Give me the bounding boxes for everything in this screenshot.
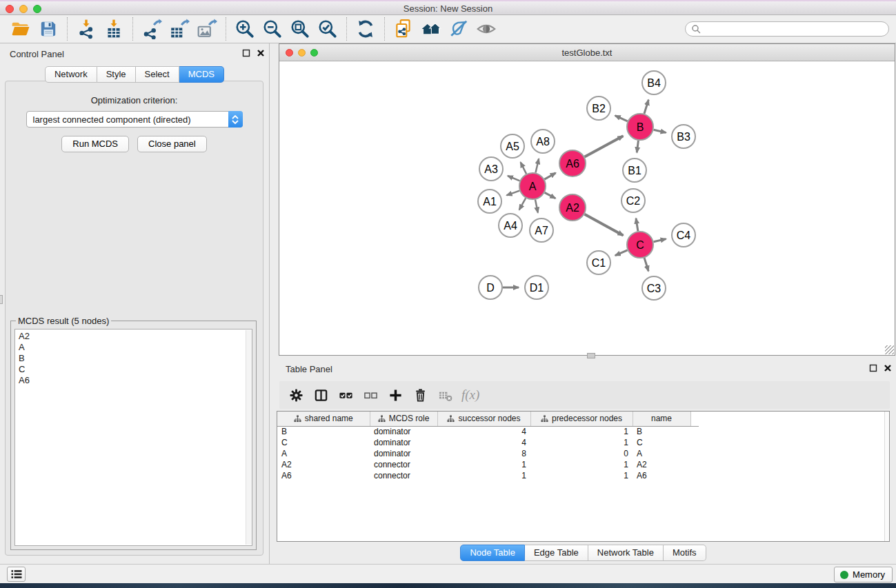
edge-C-C4[interactable] bbox=[654, 239, 666, 242]
open-file-button[interactable] bbox=[7, 17, 34, 41]
window-bottom-grip[interactable] bbox=[587, 353, 595, 358]
node-label-C2: C2 bbox=[626, 195, 641, 207]
table-row[interactable]: Adominator80A bbox=[277, 448, 699, 459]
table-row[interactable]: Cdominator41C bbox=[277, 437, 699, 448]
edge-C-C1[interactable] bbox=[615, 250, 628, 256]
zoom-selected-button[interactable] bbox=[314, 17, 341, 41]
save-session-icon bbox=[38, 19, 59, 39]
tab-network[interactable]: Network bbox=[45, 66, 97, 83]
export-image-button[interactable] bbox=[193, 17, 221, 41]
table-row[interactable]: A6connector11A6 bbox=[277, 470, 699, 481]
zoom-fit-button[interactable] bbox=[286, 17, 314, 41]
search-input[interactable] bbox=[704, 24, 883, 34]
column-header-shared-name[interactable]: shared name bbox=[277, 412, 370, 426]
save-session-button[interactable] bbox=[34, 17, 62, 41]
main-toolbar bbox=[0, 15, 896, 43]
criterion-dropdown[interactable]: largest connected component (directed) bbox=[26, 111, 243, 128]
split-panel-button[interactable] bbox=[308, 384, 333, 406]
export-network-button[interactable] bbox=[138, 17, 166, 41]
mcds-result-item[interactable]: B bbox=[19, 353, 252, 364]
close-table-panel-icon[interactable] bbox=[884, 364, 892, 372]
toolbar-separator bbox=[346, 17, 347, 41]
column-header-successor-nodes[interactable]: successor nodes bbox=[437, 412, 530, 426]
edge-A-A4[interactable] bbox=[519, 198, 526, 210]
toolbar-separator bbox=[67, 17, 68, 41]
edge-B-B1[interactable] bbox=[637, 141, 638, 152]
table-cell: 1 bbox=[530, 437, 633, 448]
search-box[interactable] bbox=[685, 21, 889, 37]
table-cell: C bbox=[277, 437, 370, 448]
zoom-out-icon bbox=[262, 19, 283, 39]
table-tabs: Node TableEdge TableNetwork TableMotifs bbox=[270, 545, 896, 561]
refresh-view-icon bbox=[355, 19, 376, 39]
delete-table-button[interactable] bbox=[432, 384, 457, 406]
create-column-button[interactable] bbox=[383, 384, 408, 406]
mcds-result-item[interactable]: A bbox=[19, 342, 252, 353]
network-canvas[interactable]: B4B2BB3A8A5A6A3B1AA1C2A2A4A7C4CC1DD1C3 bbox=[279, 61, 895, 355]
zoom-out-button[interactable] bbox=[259, 17, 286, 41]
column-header-MCDS-role[interactable]: MCDS role bbox=[370, 412, 437, 426]
edge-B-B4[interactable] bbox=[644, 100, 648, 114]
node-label-D1: D1 bbox=[530, 282, 544, 294]
tab-mcds[interactable]: MCDS bbox=[179, 66, 224, 83]
hide-annotations-button[interactable] bbox=[445, 17, 472, 41]
column-header-predecessor-nodes[interactable]: predecessor nodes bbox=[530, 412, 633, 426]
edge-A2-C[interactable] bbox=[585, 214, 624, 236]
import-table-button[interactable] bbox=[100, 17, 128, 41]
node-label-A5: A5 bbox=[506, 141, 519, 152]
column-header-name[interactable]: name bbox=[633, 412, 690, 426]
tab-node-table[interactable]: Node Table bbox=[460, 545, 525, 561]
edge-A-A3[interactable] bbox=[508, 176, 520, 181]
refresh-view-button[interactable] bbox=[352, 17, 379, 41]
select-all-button[interactable] bbox=[333, 384, 358, 406]
tab-select[interactable]: Select bbox=[136, 66, 179, 83]
edge-A-A5[interactable] bbox=[521, 162, 526, 174]
edge-A-A6[interactable] bbox=[544, 173, 555, 179]
export-table-button[interactable] bbox=[166, 17, 193, 41]
home-view-button[interactable] bbox=[417, 17, 445, 41]
deselect-all-button[interactable] bbox=[358, 384, 383, 406]
mcds-result-item[interactable]: C bbox=[19, 364, 252, 375]
deselect-all-icon bbox=[364, 388, 378, 403]
tab-network-table[interactable]: Network Table bbox=[588, 545, 664, 561]
window-resize-handle[interactable] bbox=[885, 345, 894, 354]
node-label-B3: B3 bbox=[677, 131, 690, 143]
tab-edge-table[interactable]: Edge Table bbox=[525, 545, 588, 561]
table-scrollbar[interactable] bbox=[884, 412, 889, 541]
task-history-button[interactable] bbox=[7, 567, 26, 582]
run-mcds-button[interactable]: Run MCDS bbox=[61, 136, 129, 152]
delete-column-button[interactable] bbox=[408, 384, 432, 406]
optimization-criterion-label: Optimization criterion: bbox=[6, 95, 263, 105]
table-row[interactable]: Bdominator41B bbox=[277, 426, 699, 437]
table-cell: 4 bbox=[437, 437, 530, 448]
mcds-result-item[interactable]: A2 bbox=[19, 331, 252, 342]
splitter-grip[interactable] bbox=[0, 295, 3, 304]
edge-B-B3[interactable] bbox=[654, 130, 666, 132]
edge-C-C3[interactable] bbox=[644, 258, 648, 271]
clone-network-button[interactable] bbox=[390, 17, 417, 41]
function-builder-button[interactable]: f(x) bbox=[457, 387, 484, 403]
edge-A-A8[interactable] bbox=[535, 159, 539, 172]
zoom-in-button[interactable] bbox=[231, 17, 259, 41]
float-panel-icon[interactable] bbox=[242, 49, 250, 57]
edge-A-A1[interactable] bbox=[507, 191, 520, 196]
tab-motifs[interactable]: Motifs bbox=[664, 545, 706, 561]
edge-A-A2[interactable] bbox=[545, 192, 556, 198]
table-cell: dominator bbox=[370, 448, 437, 459]
table-cell: B bbox=[277, 426, 370, 437]
tab-style[interactable]: Style bbox=[97, 66, 136, 83]
float-table-panel-icon[interactable] bbox=[869, 364, 877, 372]
edge-C-C2[interactable] bbox=[636, 219, 638, 232]
import-network-button[interactable] bbox=[72, 17, 100, 41]
edge-A6-B[interactable] bbox=[585, 136, 624, 156]
table-row[interactable]: A2connector11A2 bbox=[277, 459, 699, 470]
network-view-window: testGlobe.txt B4B2BB3A8A5A6A3B1AA1C2A2A4… bbox=[279, 43, 895, 356]
edge-A-A7[interactable] bbox=[535, 200, 538, 213]
show-graphics-details-button[interactable] bbox=[472, 17, 500, 41]
edge-B-B2[interactable] bbox=[615, 116, 628, 121]
memory-button[interactable]: Memory bbox=[834, 567, 893, 582]
table-settings-button[interactable] bbox=[283, 384, 308, 406]
mcds-result-item[interactable]: A6 bbox=[19, 375, 252, 386]
close-panel-icon[interactable] bbox=[257, 49, 265, 57]
close-panel-button[interactable]: Close panel bbox=[137, 136, 207, 152]
